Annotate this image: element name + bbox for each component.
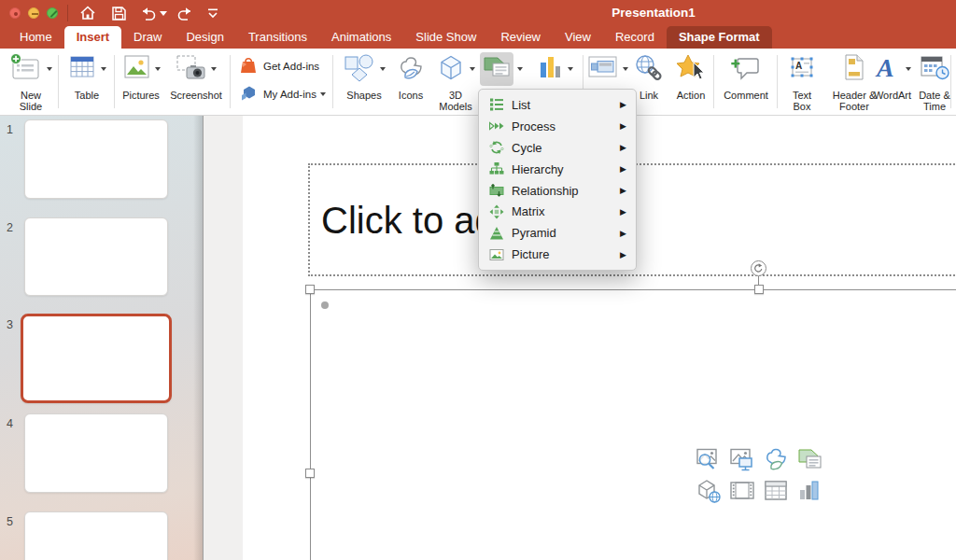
tab-shape-format[interactable]: Shape Format <box>667 26 772 49</box>
menu-item-picture[interactable]: Picture ▶ <box>479 244 636 265</box>
submenu-arrow-icon: ▶ <box>620 100 626 109</box>
get-add-ins-icon <box>239 54 258 78</box>
redo-icon[interactable] <box>176 5 194 21</box>
tab-draw[interactable]: Draw <box>121 26 174 49</box>
3d-models-dropdown-icon[interactable] <box>470 67 475 71</box>
minimize-window-button[interactable] <box>28 7 39 19</box>
wordart-icon: A <box>874 53 902 85</box>
date-time-icon <box>920 53 949 85</box>
my-add-ins-dropdown-icon[interactable] <box>320 92 326 96</box>
slide-number: 5 <box>7 515 13 528</box>
tab-review[interactable]: Review <box>488 26 553 49</box>
chart-dropdown-icon[interactable] <box>568 67 573 71</box>
tab-view[interactable]: View <box>553 26 603 49</box>
hierarchy-icon <box>489 161 504 176</box>
my-add-ins-button[interactable]: My Add-ins <box>239 82 336 106</box>
menu-item-cycle[interactable]: Cycle ▶ <box>479 137 636 159</box>
menu-item-list[interactable]: List ▶ <box>479 94 636 116</box>
resize-handle-top-left[interactable] <box>305 285 315 294</box>
icons-button[interactable]: Icons <box>392 49 429 115</box>
slide-thumbnail-4[interactable] <box>24 413 168 493</box>
pictures-dropdown-icon[interactable] <box>155 67 161 71</box>
tab-transitions[interactable]: Transitions <box>236 26 319 49</box>
screenshot-button[interactable]: Screenshot <box>166 49 226 115</box>
tab-design[interactable]: Design <box>174 26 235 49</box>
comment-button[interactable]: Comment <box>717 49 775 115</box>
menu-item-relationship[interactable]: Relationship ▶ <box>479 180 636 202</box>
stock-images-icon[interactable] <box>692 443 725 475</box>
slide-thumbnail-3-selected[interactable] <box>21 314 172 403</box>
menu-item-matrix[interactable]: Matrix ▶ <box>479 201 636 222</box>
rotation-handle[interactable] <box>751 260 766 276</box>
shapes-dropdown-icon[interactable] <box>380 67 386 71</box>
wordart-dropdown-icon[interactable] <box>906 67 911 71</box>
content-placeholder-icon-grid <box>692 443 828 507</box>
3d-models-placeholder-icon[interactable] <box>692 475 725 507</box>
more-commands-icon[interactable] <box>206 5 219 21</box>
chart-placeholder-icon[interactable] <box>793 475 826 507</box>
wordart-button[interactable]: A WordArt <box>868 49 917 115</box>
link-icon <box>633 53 665 85</box>
menu-item-pyramid[interactable]: Pyramid ▶ <box>479 222 636 244</box>
svg-text:A: A <box>795 61 802 71</box>
comment-icon <box>731 53 761 85</box>
process-icon <box>489 119 504 133</box>
submenu-arrow-icon: ▶ <box>620 186 626 195</box>
new-slide-icon <box>9 52 43 86</box>
resize-handle-left-middle[interactable] <box>305 469 315 478</box>
close-window-button[interactable] <box>9 7 21 19</box>
date-time-button[interactable]: Date & Time <box>913 49 956 115</box>
pyramid-icon <box>489 226 504 241</box>
table-placeholder-icon[interactable] <box>759 475 793 507</box>
tab-animations[interactable]: Animations <box>319 26 403 49</box>
my-add-ins-icon <box>239 83 258 105</box>
smartart-placeholder-icon[interactable] <box>793 443 826 475</box>
submenu-arrow-icon: ▶ <box>620 207 626 217</box>
smartart-dropdown-menu: List ▶ Process ▶ Cycle ▶ Hierarchy ▶ Rel… <box>478 89 637 271</box>
group-separator <box>58 55 59 108</box>
slide-number: 3 <box>7 318 13 331</box>
slide-thumbnail-2[interactable] <box>24 217 168 296</box>
get-add-ins-button[interactable]: Get Add-ins <box>239 54 336 78</box>
svg-text:A: A <box>875 53 894 81</box>
smartart-icon <box>480 52 513 86</box>
slide-thumbnail-5[interactable] <box>24 511 168 560</box>
zoom-window-button[interactable] <box>47 7 58 19</box>
tab-home[interactable]: Home <box>7 26 64 49</box>
new-slide-dropdown-icon[interactable] <box>47 67 52 71</box>
add-ins-group: Get Add-ins My Add-ins <box>239 54 336 110</box>
tab-slide-show[interactable]: Slide Show <box>403 26 488 49</box>
home-icon[interactable] <box>79 5 96 21</box>
slide-thumbnail-1[interactable] <box>24 119 168 199</box>
text-box-button[interactable]: A Text Box <box>782 49 822 115</box>
slide-number: 4 <box>7 417 13 430</box>
action-icon <box>676 53 706 85</box>
submenu-arrow-icon: ▶ <box>620 143 626 152</box>
undo-icon[interactable] <box>139 5 158 21</box>
table-dropdown-icon[interactable] <box>101 67 106 71</box>
pictures-button[interactable]: Pictures <box>118 49 164 115</box>
ribbon-tab-bar: Home Insert Draw Design Transitions Anim… <box>0 26 956 49</box>
tab-record[interactable]: Record <box>603 26 667 49</box>
save-icon[interactable] <box>111 5 127 21</box>
video-placeholder-icon[interactable] <box>725 475 759 507</box>
table-button[interactable]: Table <box>62 49 112 115</box>
new-slide-button[interactable]: New Slide <box>4 49 58 115</box>
screenshot-dropdown-icon[interactable] <box>211 67 217 71</box>
resize-handle-top-center[interactable] <box>754 285 764 294</box>
undo-dropdown-arrow-icon[interactable] <box>160 5 167 21</box>
shapes-button[interactable]: Shapes <box>338 49 390 115</box>
pictures-placeholder-icon[interactable] <box>725 443 759 475</box>
chart-icon <box>538 53 564 85</box>
smartart-dropdown-icon[interactable] <box>517 67 523 71</box>
icons-placeholder-icon[interactable] <box>759 443 793 475</box>
zoom-insert-dropdown-icon[interactable] <box>623 67 628 71</box>
menu-item-hierarchy[interactable]: Hierarchy ▶ <box>479 159 636 180</box>
action-button[interactable]: Action <box>668 49 713 115</box>
menu-item-process[interactable]: Process ▶ <box>479 116 636 137</box>
group-separator <box>230 55 231 108</box>
3d-models-button[interactable]: 3D Models <box>431 49 480 115</box>
tab-insert[interactable]: Insert <box>64 26 121 49</box>
content-placeholder[interactable] <box>310 289 956 560</box>
submenu-arrow-icon: ▶ <box>620 250 626 259</box>
